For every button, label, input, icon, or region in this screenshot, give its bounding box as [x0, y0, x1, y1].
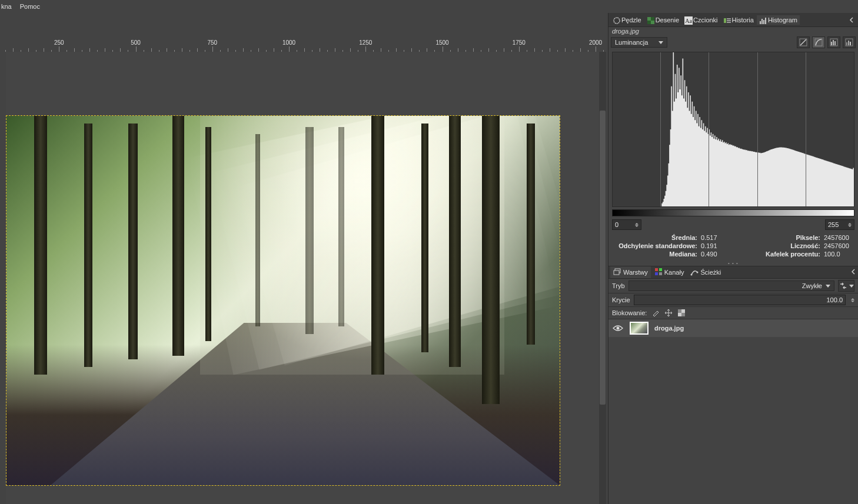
svg-rect-12 [763, 20, 764, 24]
range-max-value: 255 [828, 221, 839, 228]
opacity-slider[interactable]: 100.0 [634, 295, 846, 305]
tab-warstwy[interactable]: Warstwy [610, 266, 651, 278]
hist-style2-icon [845, 38, 853, 46]
stat-value: 0.191 [701, 242, 731, 249]
menubar: kna Pomoc [0, 0, 858, 13]
lock-alpha-icon[interactable] [677, 309, 686, 317]
image-selection[interactable] [6, 115, 560, 486]
tab-label: Histogram [768, 16, 797, 24]
svg-rect-13 [765, 18, 766, 24]
swap-icon [839, 282, 848, 289]
histogram-icon [759, 16, 766, 24]
hist-style1-icon [830, 38, 838, 46]
stat-key: Odchylenie standardowe: [612, 242, 697, 249]
lock-label: Blokowanie: [612, 309, 647, 316]
stat-value: 0.490 [701, 251, 731, 258]
ruler-vertical[interactable] [0, 52, 6, 504]
svg-rect-10 [760, 21, 761, 24]
combo-value: Zwykłe [802, 282, 822, 289]
paths-icon [690, 268, 699, 277]
combo-value: Luminancja [615, 39, 648, 46]
mode-label: Tryb [612, 282, 625, 289]
histogram-toolbar: Luminancja [608, 35, 858, 49]
panel-divider[interactable]: • • • [608, 260, 858, 266]
svg-rect-3 [651, 21, 654, 24]
svg-point-30 [691, 274, 693, 276]
canvas-scrollbar-vertical[interactable] [599, 52, 606, 504]
svg-rect-28 [655, 272, 658, 275]
patterns-icon [647, 16, 654, 24]
dock-menu-button[interactable] [850, 269, 856, 276]
spinner-down-icon[interactable] [848, 225, 852, 227]
menu-item-pomoc[interactable]: Pomoc [20, 3, 40, 10]
spinner-up-icon[interactable] [635, 223, 638, 225]
layer-row[interactable]: droga.jpg [608, 319, 858, 337]
image-content [6, 116, 560, 485]
svg-rect-2 [647, 17, 651, 21]
histogram-chart[interactable] [612, 52, 854, 207]
svg-rect-35 [678, 313, 681, 316]
svg-rect-17 [833, 40, 834, 45]
dock-tabs-lower: Warstwy Kanały Ścieżki [608, 266, 858, 279]
range-min-field[interactable]: 0 [612, 219, 641, 230]
tab-histogram[interactable]: Histogram [757, 15, 800, 25]
stat-key: Mediana: [612, 251, 697, 258]
tab-czcionki[interactable]: Aa Czcionki [682, 15, 720, 25]
svg-rect-9 [727, 22, 731, 23]
svg-point-36 [617, 327, 620, 330]
mode-switch-button[interactable] [838, 280, 854, 292]
tab-label: Ścieżki [700, 269, 721, 276]
fonts-icon: Aa [684, 16, 691, 24]
hist-linear-button[interactable] [797, 36, 810, 48]
tab-label: Kanały [664, 269, 684, 276]
stat-value: 2457600 [824, 242, 854, 249]
tab-label: Desenie [656, 16, 679, 24]
svg-rect-34 [681, 309, 685, 313]
tab-sciezki[interactable]: Ścieżki [687, 266, 724, 278]
chevron-left-icon [849, 17, 854, 23]
svg-rect-32 [678, 309, 681, 313]
hist-log-button[interactable] [812, 36, 825, 48]
channel-combo[interactable]: Luminancja [611, 37, 667, 48]
canvas-viewport[interactable] [6, 52, 599, 504]
spinner-up-icon[interactable] [848, 223, 852, 225]
svg-point-31 [697, 272, 699, 273]
lock-paint-icon[interactable] [651, 309, 660, 317]
svg-rect-26 [655, 268, 658, 271]
chevron-down-icon [826, 285, 830, 288]
ruler-horizontal[interactable]: 025050075010001250150017502000 [0, 39, 605, 52]
range-row: 0 255 [612, 219, 854, 231]
hist-style1-button[interactable] [827, 36, 840, 48]
stat-key: Liczność: [735, 242, 820, 249]
svg-rect-7 [727, 18, 731, 19]
layer-opacity-row: Krycie 100.0 [608, 293, 858, 307]
history-icon [723, 16, 730, 24]
spinner-up-icon[interactable] [851, 298, 854, 300]
layers-icon [613, 268, 621, 277]
chevron-down-icon [659, 41, 663, 44]
layer-name[interactable]: droga.jpg [654, 325, 854, 332]
tab-historia[interactable]: Historia [721, 15, 756, 25]
menu-item-okna[interactable]: kna [1, 3, 12, 10]
tab-label: Pędzle [621, 16, 641, 24]
chevron-left-icon [850, 269, 856, 275]
spinner-down-icon[interactable] [851, 301, 854, 302]
mode-combo[interactable]: Zwykłe [628, 281, 834, 291]
scrollbar-thumb[interactable] [600, 111, 606, 405]
layer-lock-row: Blokowanie: [608, 307, 858, 319]
spinner-down-icon[interactable] [635, 225, 638, 227]
layer-thumbnail[interactable] [630, 322, 649, 335]
eye-icon[interactable] [612, 324, 624, 332]
svg-rect-33 [681, 313, 685, 316]
log-icon [814, 38, 823, 46]
tab-desenie[interactable]: Desenie [644, 15, 681, 25]
tab-pedzle[interactable]: Pędzle [610, 15, 644, 25]
gradient-strip[interactable] [612, 209, 854, 216]
range-min-value: 0 [615, 221, 618, 228]
range-max-field[interactable]: 255 [825, 219, 854, 230]
lock-move-icon[interactable] [664, 309, 673, 317]
tab-kanaly[interactable]: Kanały [651, 266, 687, 278]
chevron-down-icon [849, 285, 854, 288]
hist-style2-button[interactable] [843, 36, 856, 48]
dock-menu-button[interactable] [847, 16, 856, 24]
